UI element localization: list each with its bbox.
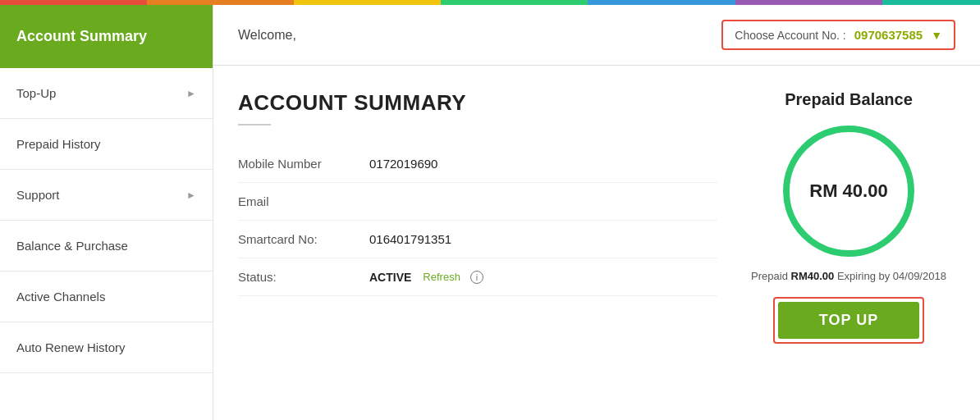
smartcard-row: Smartcard No: 016401791351 bbox=[238, 221, 717, 258]
info-section: ACCOUNT SUMMARY Mobile Number 0172019690… bbox=[238, 90, 717, 344]
sidebar-item-auto-renew-history[interactable]: Auto Renew History bbox=[0, 322, 213, 373]
chevron-right-icon: ► bbox=[186, 88, 196, 99]
balance-amount: RM 40.00 bbox=[809, 180, 887, 202]
sidebar-item-active-channels[interactable]: Active Channels bbox=[0, 272, 213, 322]
main-content: Welcome, Choose Account No. : 0970637585… bbox=[213, 5, 980, 420]
account-selector-label: Choose Account No. : bbox=[735, 29, 845, 42]
refresh-link[interactable]: Refresh bbox=[423, 271, 460, 283]
smartcard-label: Smartcard No: bbox=[238, 232, 369, 246]
account-selector[interactable]: Choose Account No. : 0970637585 ▼ bbox=[721, 20, 955, 50]
expiry-amount: RM40.00 bbox=[791, 270, 835, 282]
sidebar-item-balance-purchase[interactable]: Balance & Purchase bbox=[0, 221, 213, 272]
mobile-number-value: 0172019690 bbox=[369, 157, 437, 171]
sidebar-item-support[interactable]: Support ► bbox=[0, 170, 213, 221]
header-bar: Welcome, Choose Account No. : 0970637585… bbox=[213, 5, 980, 66]
sidebar-item-account-summary[interactable]: Account Summary bbox=[0, 5, 213, 68]
account-number: 0970637585 bbox=[854, 28, 923, 42]
status-badge: ACTIVE bbox=[369, 271, 411, 284]
info-icon[interactable]: i bbox=[470, 271, 483, 284]
status-row: Status: ACTIVE Refresh i bbox=[238, 258, 717, 296]
balance-circle: RM 40.00 bbox=[783, 126, 914, 257]
mobile-number-row: Mobile Number 0172019690 bbox=[238, 145, 717, 183]
mobile-number-label: Mobile Number bbox=[238, 157, 369, 171]
expiry-prefix: Prepaid bbox=[751, 270, 788, 282]
smartcard-value: 016401791351 bbox=[369, 232, 451, 246]
topup-button-wrapper: TOP UP bbox=[773, 297, 924, 344]
email-row: Email bbox=[238, 183, 717, 221]
chevron-right-icon: ► bbox=[186, 189, 196, 201]
expiry-text: Prepaid RM40.00 Expiring by 04/09/2018 bbox=[751, 270, 946, 282]
title-divider bbox=[238, 124, 271, 126]
balance-section: Prepaid Balance RM 40.00 Prepaid RM40.00… bbox=[742, 90, 955, 344]
sidebar-item-topup[interactable]: Top-Up ► bbox=[0, 68, 213, 119]
status-label: Status: bbox=[238, 270, 369, 284]
expiry-suffix: Expiring by 04/09/2018 bbox=[837, 270, 946, 282]
welcome-text: Welcome, bbox=[238, 28, 296, 43]
sidebar: Account Summary Top-Up ► Prepaid History… bbox=[0, 5, 213, 420]
chevron-down-icon: ▼ bbox=[931, 29, 942, 42]
main-layout: Account Summary Top-Up ► Prepaid History… bbox=[0, 5, 980, 420]
email-label: Email bbox=[238, 194, 369, 208]
balance-title: Prepaid Balance bbox=[785, 90, 913, 109]
sidebar-item-prepaid-history[interactable]: Prepaid History bbox=[0, 119, 213, 170]
page-title: ACCOUNT SUMMARY bbox=[238, 90, 717, 116]
topup-button[interactable]: TOP UP bbox=[778, 302, 919, 339]
content-area: ACCOUNT SUMMARY Mobile Number 0172019690… bbox=[213, 66, 980, 360]
